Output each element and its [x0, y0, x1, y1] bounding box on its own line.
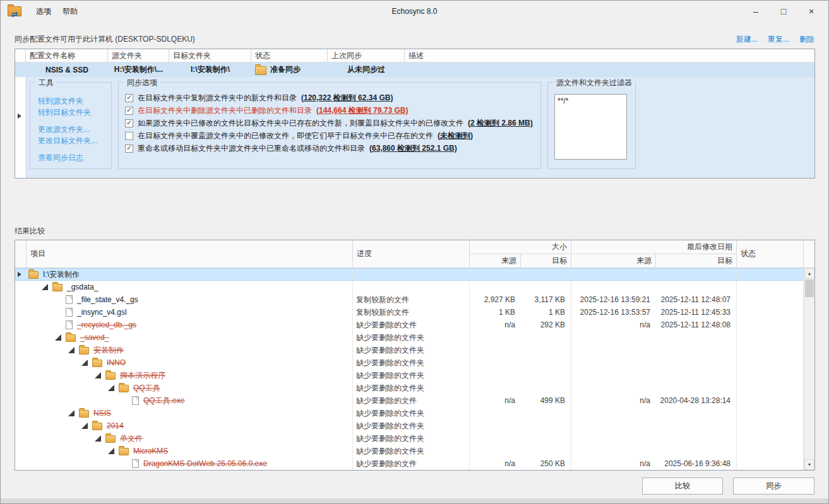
- duplicate-profile-link[interactable]: 重复...: [768, 34, 789, 45]
- size-source-cell: [470, 407, 521, 419]
- scroll-down-icon[interactable]: ▼: [804, 459, 814, 470]
- checkbox-checked-icon[interactable]: [125, 107, 133, 115]
- expanded-expander-icon[interactable]: [95, 372, 105, 378]
- result-row[interactable]: DragonKMS-DotWeb-25.05.06.0.exe缺少要删除的文件n…: [15, 457, 814, 470]
- results-header: 项目 进度 大小 最后修改日期 状态 来源 目标 来源 目标: [15, 240, 814, 268]
- result-row[interactable]: I:\安装制作: [15, 268, 814, 281]
- column-header-date-target[interactable]: 目标: [656, 254, 737, 268]
- close-button[interactable]: ×: [797, 0, 825, 23]
- column-header-status[interactable]: 状态: [737, 240, 804, 268]
- date-target-cell: [656, 281, 737, 293]
- result-row[interactable]: _recycled_db._gs缺少要删除的文件n/a292 KBn/a2025…: [15, 319, 814, 331]
- tool-link-4[interactable]: 更改目标文件夹...: [38, 135, 111, 146]
- column-header-date-source[interactable]: 来源: [571, 254, 656, 268]
- maximize-button[interactable]: □: [770, 0, 797, 23]
- result-row[interactable]: _saved_缺少要删除的文件夹: [15, 331, 814, 344]
- sync-option-stat: (120,322 检测到 62.34 GB): [301, 93, 393, 103]
- checkbox-checked-icon[interactable]: [125, 144, 133, 153]
- expanded-expander-icon[interactable]: [108, 448, 119, 454]
- result-row[interactable]: MicroKMS缺少要删除的文件夹: [15, 445, 814, 457]
- expanded-expander-icon[interactable]: [81, 423, 92, 429]
- expanded-expander-icon[interactable]: [95, 435, 105, 442]
- status-cell: [737, 344, 804, 356]
- column-header-size-source[interactable]: 来源: [470, 254, 521, 268]
- expanded-expander-icon[interactable]: [68, 410, 79, 416]
- column-header-progress[interactable]: 进度: [353, 240, 470, 268]
- sync-option-5[interactable]: 重命名或移动目标文件夹中源文件夹中已重命名或移动的文件和目录(63,860 检测…: [125, 142, 540, 155]
- checkbox-unchecked-icon[interactable]: [125, 132, 133, 140]
- expanded-expander-icon[interactable]: [108, 385, 119, 391]
- row-marker-cell: [15, 407, 27, 419]
- sync-option-4[interactable]: 在目标文件夹中覆盖源文件夹中的已修改文件，即使它们早于目标文件夹中已存在的文件(…: [125, 129, 540, 142]
- date-target-cell: [656, 407, 737, 419]
- tools-groupbox: 工具 转到源文件夹转到目标文件夹更改源文件夹...更改目标文件夹...查看同步日…: [30, 82, 112, 169]
- minimize-button[interactable]: –: [742, 0, 770, 23]
- date-source-cell: [571, 419, 656, 432]
- result-row[interactable]: NSIS缺少要删除的文件夹: [15, 407, 814, 419]
- sync-options-groupbox-title: 同步选项: [124, 78, 160, 88]
- scroll-up-icon[interactable]: ▲: [804, 268, 814, 279]
- menu-options[interactable]: 选项: [30, 4, 57, 20]
- menu-help[interactable]: 帮助: [57, 4, 83, 20]
- result-row[interactable]: QQ工具缺少要删除的文件夹: [15, 382, 814, 394]
- column-group-modified[interactable]: 最后修改日期: [571, 240, 737, 254]
- tool-link-3[interactable]: 更改源文件夹...: [38, 124, 111, 135]
- result-row[interactable]: 2014缺少要删除的文件夹: [15, 419, 814, 432]
- row-marker-cell: [15, 293, 27, 306]
- size-source-cell: n/a: [470, 319, 521, 331]
- status-cell: [737, 268, 804, 281]
- column-group-size[interactable]: 大小: [470, 240, 571, 254]
- item-cell: _insync_v4.gsl: [27, 306, 353, 319]
- result-row[interactable]: 脚本演示程序缺少要删除的文件夹: [15, 369, 814, 382]
- sync-button[interactable]: 同步: [733, 478, 814, 495]
- expanded-expander-icon[interactable]: [68, 347, 79, 353]
- date-target-cell: [656, 268, 737, 281]
- sync-option-1[interactable]: 在目标文件夹中复制源文件夹中的新文件和目录(120,322 检测到 62.34 …: [125, 91, 540, 104]
- date-target-cell: [656, 369, 737, 382]
- result-row[interactable]: 单文件缺少要删除的文件夹: [15, 432, 814, 445]
- result-row[interactable]: QQ工具.exe缺少要删除的文件n/a499 KBn/a2020-04-28 1…: [15, 394, 814, 407]
- result-row[interactable]: 安装制作缺少要删除的文件夹: [15, 344, 814, 356]
- folder-icon: [119, 448, 129, 455]
- column-header-last-sync[interactable]: 上次同步: [328, 49, 405, 62]
- checkbox-checked-icon[interactable]: [125, 94, 133, 102]
- tool-link-2[interactable]: 转到目标文件夹: [38, 107, 111, 118]
- filter-input[interactable]: **/*: [554, 94, 627, 160]
- column-header-status[interactable]: 状态: [251, 49, 328, 62]
- window-title: Echosync 8.0: [0, 7, 829, 16]
- result-row[interactable]: _file_state_v4._gs复制较新的文件2,927 KB3,117 K…: [15, 293, 814, 306]
- expanded-expander-icon[interactable]: [55, 334, 66, 341]
- triangle-glyph: [68, 410, 75, 416]
- new-profile-link[interactable]: 新建...: [736, 34, 758, 45]
- item-cell: _recycled_db._gs: [27, 319, 353, 331]
- column-header-target-folder[interactable]: 目标文件夹: [169, 49, 251, 62]
- vertical-scrollbar[interactable]: ▲ ▼: [804, 268, 814, 470]
- expanded-expander-icon[interactable]: [81, 360, 92, 366]
- size-source-cell: [470, 382, 521, 394]
- current-row-marker-icon: [18, 114, 24, 119]
- column-header-source-folder[interactable]: 源文件夹: [108, 49, 169, 62]
- triangle-glyph: [68, 347, 75, 353]
- size-target-cell: [521, 419, 571, 432]
- tool-link-5[interactable]: 查看同步日志: [38, 152, 111, 163]
- tool-link-1[interactable]: 转到源文件夹: [38, 95, 111, 107]
- row-marker-cell: [15, 382, 27, 394]
- sync-arrows-icon: ⇄: [8, 10, 21, 18]
- sync-option-2[interactable]: 在目标文件夹中删除源文件夹中已删除的文件和目录(144,664 检测到 79.7…: [125, 104, 540, 117]
- profile-row[interactable]: NSIS & SSD H:\安装制作\... I:\安装制作\ ✓ 准备同步 从…: [15, 62, 814, 77]
- date-target-cell: 2025-12-11 12:48:08: [656, 319, 737, 331]
- expanded-expander-icon[interactable]: [42, 284, 52, 290]
- result-row[interactable]: _insync_v4.gsl复制较新的文件1 KB1 KB2025-12-16 …: [15, 306, 814, 319]
- result-row[interactable]: INNO缺少要删除的文件夹: [15, 356, 814, 369]
- column-header-description[interactable]: 描述: [405, 49, 814, 62]
- profile-expanded-panel: 工具 转到源文件夹转到目标文件夹更改源文件夹...更改目标文件夹...查看同步日…: [15, 77, 814, 178]
- result-row[interactable]: _gsdata_: [15, 281, 814, 293]
- column-header-profile-name[interactable]: 配置文件名称: [26, 49, 108, 62]
- checkbox-checked-icon[interactable]: [125, 119, 133, 127]
- sync-option-3[interactable]: 如果源文件夹中已修改的文件比目标文件夹中已存在的文件新，则覆盖目标文件夹中的已修…: [125, 117, 540, 129]
- compare-button[interactable]: 比较: [642, 478, 723, 495]
- column-header-item[interactable]: 项目: [27, 240, 353, 268]
- column-header-size-target[interactable]: 目标: [521, 254, 571, 268]
- scrollbar-thumb[interactable]: [805, 279, 814, 297]
- delete-profile-link[interactable]: 删除: [799, 34, 814, 45]
